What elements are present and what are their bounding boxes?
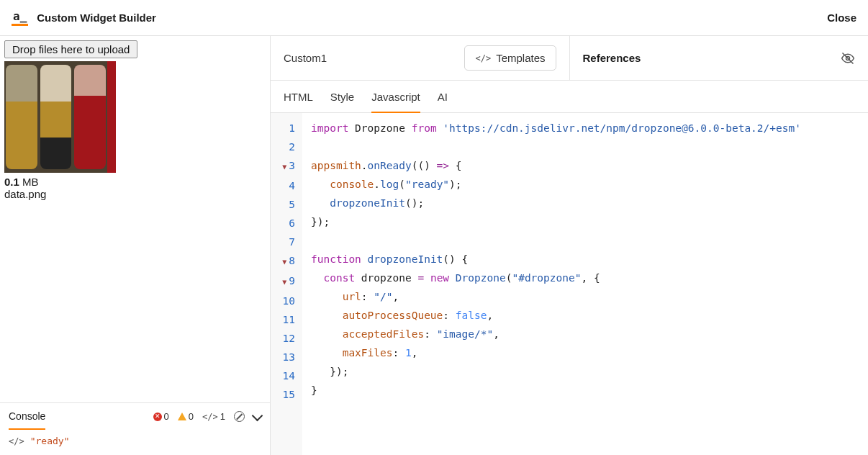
right-panel: Custom1 </> Templates References HTML bbox=[271, 36, 868, 455]
code-icon: </> bbox=[202, 412, 218, 422]
file-size-value: 0.1 bbox=[4, 176, 19, 188]
dropzone-button[interactable]: Drop files here to upload bbox=[4, 40, 137, 58]
eye-off-icon[interactable] bbox=[841, 51, 855, 66]
references-label[interactable]: References bbox=[583, 52, 641, 64]
topbar-references-section: References bbox=[570, 36, 869, 80]
uploaded-thumbnail[interactable] bbox=[4, 61, 116, 173]
info-count-value: 1 bbox=[220, 411, 225, 422]
code-icon: </> bbox=[475, 53, 491, 63]
error-icon: ✕ bbox=[153, 413, 162, 421]
tab-style[interactable]: Style bbox=[330, 91, 354, 112]
console-tab[interactable]: Console bbox=[9, 410, 45, 430]
widget-name: Custom1 bbox=[284, 52, 327, 64]
thumb-figure bbox=[40, 65, 72, 169]
clear-console-icon[interactable] bbox=[234, 411, 245, 422]
thumb-figure bbox=[74, 65, 106, 169]
templates-button[interactable]: </> Templates bbox=[464, 45, 556, 71]
error-count[interactable]: ✕ 0 bbox=[153, 411, 169, 422]
warn-count[interactable]: 0 bbox=[178, 411, 194, 422]
console-bar: Console ✕ 0 0 </> 1 bbox=[0, 402, 270, 430]
code-tabs: HTML Style Javascript AI bbox=[271, 81, 868, 113]
console-body: </> "ready" bbox=[0, 430, 270, 455]
warning-icon bbox=[178, 413, 186, 420]
thumb-figure bbox=[6, 65, 37, 169]
console-stats: ✕ 0 0 </> 1 bbox=[153, 411, 261, 422]
main: Drop files here to upload 0.1 MB data.pn… bbox=[0, 36, 868, 455]
error-count-value: 0 bbox=[164, 411, 169, 422]
close-button[interactable]: Close bbox=[827, 12, 856, 24]
page-title: Custom Widget Builder bbox=[37, 12, 156, 24]
header: a_ Custom Widget Builder Close bbox=[0, 0, 868, 36]
preview-area: Drop files here to upload 0.1 MB data.pn… bbox=[0, 36, 270, 402]
topbar-widget-section: Custom1 </> Templates bbox=[271, 36, 570, 80]
header-left: a_ Custom Widget Builder bbox=[12, 9, 156, 26]
info-count[interactable]: </> 1 bbox=[202, 411, 225, 422]
templates-label: Templates bbox=[496, 52, 545, 64]
app-logo: a_ bbox=[12, 9, 28, 26]
warn-count-value: 0 bbox=[189, 411, 194, 422]
gutter: 1 2 ▼3 4 5 6 7 ▼8 ▼9 10 11 12 13 14 15 bbox=[271, 113, 302, 455]
thumb-figure bbox=[107, 61, 116, 173]
code-content[interactable]: import Dropzone from 'https://cdn.jsdeli… bbox=[302, 113, 810, 455]
code-icon: </> bbox=[9, 436, 24, 446]
tab-html[interactable]: HTML bbox=[284, 91, 313, 112]
tab-javascript[interactable]: Javascript bbox=[371, 91, 420, 113]
console-log-line: "ready" bbox=[30, 436, 70, 446]
code-editor[interactable]: 1 2 ▼3 4 5 6 7 ▼8 ▼9 10 11 12 13 14 15 i… bbox=[271, 113, 868, 455]
right-topbar: Custom1 </> Templates References bbox=[271, 36, 868, 81]
tab-ai[interactable]: AI bbox=[438, 91, 448, 112]
left-panel: Drop files here to upload 0.1 MB data.pn… bbox=[0, 36, 271, 455]
file-size-unit: MB bbox=[22, 176, 39, 188]
file-size: 0.1 MB bbox=[4, 176, 266, 188]
chevron-down-icon[interactable] bbox=[252, 410, 263, 421]
file-name: data.png bbox=[4, 188, 266, 200]
